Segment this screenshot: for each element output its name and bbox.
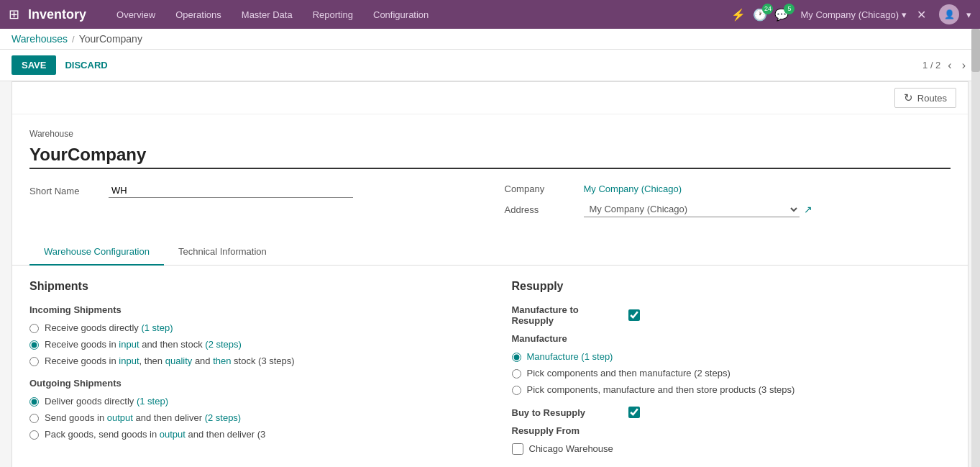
- manufacture-radio-1[interactable]: [512, 353, 521, 362]
- chevron-down-icon: ▾: [902, 9, 907, 20]
- manufacture-option-1[interactable]: Manufacture (1 step): [512, 351, 951, 362]
- navbar: ⊞ Inventory Overview Operations Master D…: [0, 0, 980, 29]
- outgoing-shipments-label: Outgoing Shipments: [29, 378, 469, 389]
- scrollbar-thumb[interactable]: [971, 29, 980, 72]
- incoming-option-2[interactable]: Receive goods in input and then stock (2…: [29, 339, 469, 350]
- pagination-prev[interactable]: ‹: [945, 58, 954, 73]
- routes-button[interactable]: ↻ Routes: [894, 88, 956, 108]
- activity-badge: 24: [762, 4, 773, 14]
- breadcrumb-separator: /: [72, 34, 75, 45]
- outgoing-radio-3[interactable]: [29, 430, 39, 440]
- nav-reporting[interactable]: Reporting: [303, 0, 363, 29]
- outgoing-option-2[interactable]: Send goods in output and then deliver (2…: [29, 412, 469, 423]
- external-link-icon[interactable]: ↗: [804, 204, 812, 215]
- close-icon[interactable]: ✕: [917, 8, 926, 22]
- form-fields-row: Short Name Company My Company (Chicago) …: [29, 183, 951, 239]
- nav-menu: Overview Operations Master Data Reportin…: [106, 0, 439, 29]
- address-select[interactable]: My Company (Chicago): [584, 201, 800, 217]
- chicago-warehouse-checkbox[interactable]: [512, 443, 523, 455]
- tab-content: Shipments Incoming Shipments Receive goo…: [12, 266, 968, 467]
- outgoing-radio-2[interactable]: [29, 414, 39, 423]
- buy-to-resupply-checkbox[interactable]: [628, 407, 640, 418]
- pagination-next[interactable]: ›: [959, 58, 968, 73]
- manufacture-option-2[interactable]: Pick components and then manufacture (2 …: [512, 368, 951, 378]
- main-content: ↻ Routes Warehouse Short Name Com: [0, 81, 980, 467]
- warehouse-name-input[interactable]: [29, 142, 951, 169]
- buy-to-resupply-label: Buy to Resupply: [512, 407, 620, 418]
- address-field: Address My Company (Chicago) ↗: [505, 201, 951, 217]
- tab-warehouse-configuration[interactable]: Warehouse Configuration: [29, 239, 164, 266]
- grid-icon[interactable]: ⊞: [9, 6, 19, 22]
- avatar[interactable]: 👤: [939, 4, 959, 24]
- breadcrumb: Warehouses / YourCompany: [0, 29, 980, 50]
- short-name-group: Short Name: [29, 183, 476, 225]
- incoming-shipments-group: Receive goods directly (1 step) Receive …: [29, 322, 469, 366]
- buy-to-resupply-field: Buy to Resupply: [512, 407, 951, 418]
- clock-icon[interactable]: 🕐 24: [753, 8, 767, 22]
- nav-operations[interactable]: Operations: [165, 0, 232, 29]
- manufacture-to-resupply-label: Manufacture to Resupply: [512, 304, 620, 326]
- navbar-icons: ⚡ 🕐 24 💬 5 My Company (Chicago) ▾ ✕ 👤 ▾: [731, 4, 971, 24]
- chicago-warehouse-label: Chicago Warehouse: [529, 443, 613, 454]
- manufacture-to-resupply-checkbox[interactable]: [628, 309, 640, 321]
- manufacture-to-resupply-field: Manufacture to Resupply: [512, 304, 951, 326]
- action-bar: SAVE DISCARD 1 / 2 ‹ ›: [0, 50, 980, 81]
- nav-master-data[interactable]: Master Data: [232, 0, 303, 29]
- breadcrumb-parent[interactable]: Warehouses: [12, 33, 68, 45]
- manufacture-label: Manufacture: [512, 333, 620, 344]
- incoming-radio-1[interactable]: [29, 324, 39, 333]
- company-selector[interactable]: My Company (Chicago) ▾: [800, 9, 907, 20]
- resupply-section: Resupply Manufacture to Resupply Manufac…: [512, 280, 951, 461]
- refresh-icon: ↻: [904, 91, 913, 104]
- address-label: Address: [505, 204, 584, 215]
- company-field: Company My Company (Chicago): [505, 183, 951, 194]
- short-name-input[interactable]: [109, 183, 353, 198]
- outgoing-option-3[interactable]: Pack goods, send goods in output and the…: [29, 429, 469, 440]
- incoming-radio-2[interactable]: [29, 340, 39, 350]
- message-icon[interactable]: 💬 5: [774, 8, 789, 22]
- manufacture-radio-2[interactable]: [512, 369, 521, 378]
- app-title: Inventory: [28, 7, 86, 22]
- tab-technical-information[interactable]: Technical Information: [164, 239, 281, 266]
- scrollbar-track[interactable]: [971, 29, 980, 467]
- outgoing-shipments-group: Deliver goods directly (1 step) Send goo…: [29, 396, 469, 440]
- avatar-chevron-icon: ▾: [966, 9, 971, 20]
- pagination: 1 / 2 ‹ ›: [922, 58, 968, 73]
- company-label: Company: [505, 183, 584, 194]
- breadcrumb-current: YourCompany: [79, 33, 142, 45]
- outgoing-option-1[interactable]: Deliver goods directly (1 step): [29, 396, 469, 407]
- nav-configuration[interactable]: Configuration: [363, 0, 439, 29]
- outgoing-radio-1[interactable]: [29, 397, 39, 407]
- incoming-shipments-label: Incoming Shipments: [29, 304, 469, 315]
- shipments-title: Shipments: [29, 280, 469, 293]
- routes-row: ↻ Routes: [12, 82, 968, 114]
- incoming-option-1[interactable]: Receive goods directly (1 step): [29, 322, 469, 333]
- manufacture-option-3[interactable]: Pick components, manufacture and then st…: [512, 384, 951, 395]
- incoming-radio-3[interactable]: [29, 357, 39, 366]
- manufacture-radio-group: Manufacture (1 step) Pick components and…: [512, 351, 951, 395]
- short-name-label: Short Name: [29, 186, 109, 196]
- message-badge: 5: [784, 4, 794, 14]
- save-button[interactable]: SAVE: [12, 55, 56, 75]
- incoming-option-3[interactable]: Receive goods in input, then quality and…: [29, 355, 469, 366]
- warehouse-label: Warehouse: [29, 129, 951, 139]
- warehouse-form: Warehouse Short Name Company My Company …: [12, 114, 968, 239]
- activity-icon[interactable]: ⚡: [731, 8, 746, 22]
- resupply-title: Resupply: [512, 280, 951, 293]
- resupply-from-label: Resupply From: [512, 425, 620, 436]
- shipments-section: Shipments Incoming Shipments Receive goo…: [29, 280, 469, 461]
- company-name: My Company (Chicago): [800, 9, 899, 20]
- address-select-row: My Company (Chicago) ↗: [584, 201, 812, 217]
- tabs-row: Warehouse Configuration Technical Inform…: [12, 239, 968, 266]
- resupply-from-field: Resupply From: [512, 425, 951, 436]
- discard-button[interactable]: DISCARD: [65, 60, 107, 71]
- chicago-warehouse-option[interactable]: Chicago Warehouse: [512, 443, 951, 455]
- form-card: ↻ Routes Warehouse Short Name Com: [12, 81, 968, 467]
- nav-overview[interactable]: Overview: [106, 0, 165, 29]
- manufacture-field: Manufacture: [512, 333, 951, 344]
- pagination-count: 1 / 2: [922, 60, 940, 71]
- company-group: Company My Company (Chicago) Address My …: [505, 183, 951, 225]
- manufacture-radio-3[interactable]: [512, 386, 521, 395]
- short-name-field: Short Name: [29, 183, 476, 198]
- company-value[interactable]: My Company (Chicago): [584, 183, 682, 194]
